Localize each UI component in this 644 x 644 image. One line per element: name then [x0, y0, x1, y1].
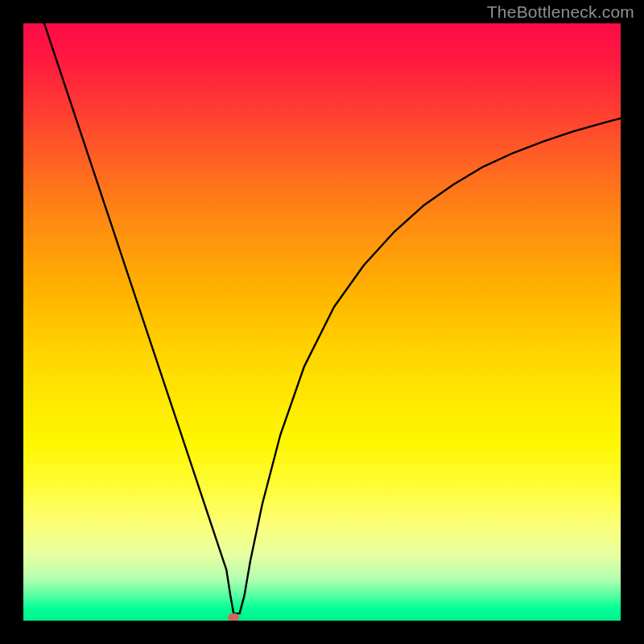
- bottleneck-curve: [23, 23, 621, 621]
- watermark-text: TheBottleneck.com: [487, 2, 634, 22]
- optimal-marker: [228, 613, 239, 621]
- chart-frame: TheBottleneck.com: [0, 0, 644, 644]
- plot-area: [23, 23, 621, 621]
